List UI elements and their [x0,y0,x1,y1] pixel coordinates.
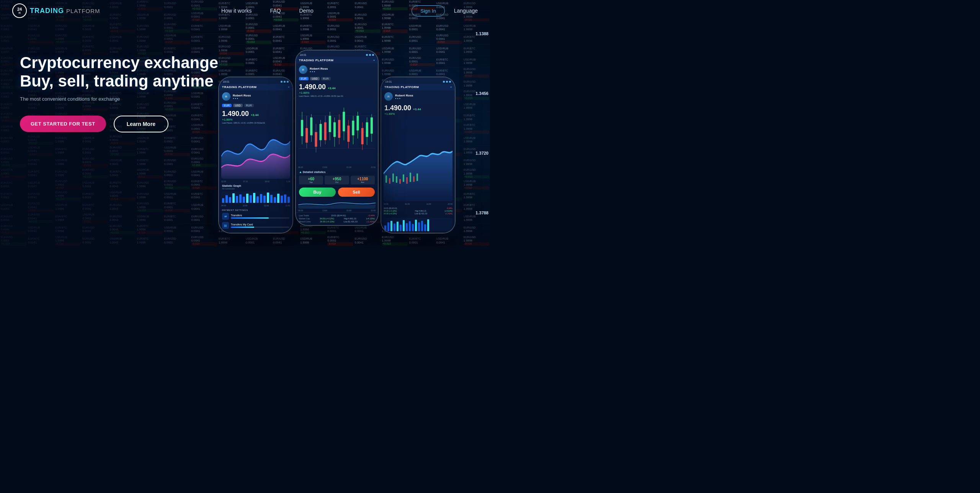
cur-tab-usd[interactable]: USD [233,104,243,107]
nav-demo[interactable]: Demo [299,8,313,14]
ticker-cell: EUR/USD0.0041-0.010 [27,34,54,45]
transfers-fill [231,217,269,219]
phone-center-status: 18:01 [296,53,378,57]
sell-button[interactable]: Sell [338,188,375,197]
ticker-cell: EUR/BTC1.9998 [136,235,163,246]
transfers-bar [231,217,289,219]
ticker-cell: USD/RUB0.0041 [109,235,136,246]
ticker-cell: EUR/USD0.0041-0.010 [109,134,136,145]
payment-item-transfers: ⇄ Transfers [222,213,289,220]
phone-center: 18:01 TRADING PLATFORM ≡ R Robert Ross ●… [295,50,379,226]
svg-rect-28 [310,118,312,135]
ticker-cell: USD/RUB1.9998 [136,213,163,224]
svg-rect-55 [385,175,387,183]
svg-rect-64 [416,173,418,181]
svg-rect-68 [394,224,395,231]
right-signal-icons [443,80,451,83]
svg-rect-7 [246,194,248,203]
svg-rect-36 [329,116,331,132]
svg-rect-30 [315,132,317,147]
hero-buttons: GET STARTED FOR TEST Learn More [20,116,218,132]
candlestick-svg [298,100,376,165]
buy-button[interactable]: Buy [299,188,336,197]
ticker-cell: USD/RUB0.0001 [82,179,109,190]
cur-tab-rur[interactable]: RUR [244,104,254,107]
ticker-cell: EUR/USD0.0001 [163,235,191,246]
ticker-cell: EUR/USD0.0001+0.010 [0,157,27,168]
svg-rect-52 [366,122,368,137]
ticker-cell: EUR/BTC0.0001 [0,179,27,190]
ticker-cell: EUR/BTC1.9998 [54,134,82,145]
statistic-graph-title: Statistic Graph [219,183,292,188]
cur-tab-eur[interactable]: EUR [222,104,232,107]
phone-right-screen: 18:01 TRADING PLATFORM ≡ R Robert Ross ●… [381,77,455,233]
signal-icons [281,80,289,83]
ticker-cell: USD/RUB0.0001-0.010 [163,146,191,157]
signin-button[interactable]: Sign In [412,5,444,16]
right-stat-row1: 19:01 ($144.41) -0.44% [384,207,452,209]
learn-more-button[interactable]: Learn More [114,116,168,132]
ticker-cell: EUR/USD1.9998-0.010 [54,179,82,190]
phone-right-user: R Robert Ross ● ● ● [381,90,455,103]
svg-rect-58 [396,176,397,183]
right-stat-row2: 34.00 (+4.12%) Higt 4.801.21 (+4.12%) [384,210,452,212]
bar-chart-left [221,191,290,203]
svg-rect-17 [281,196,283,203]
ticker-cell: EUR/BTC1.9998 [136,157,163,168]
get-started-button[interactable]: GET STARTED FOR TEST [20,116,106,132]
svg-rect-5 [239,194,242,203]
mycard-bar [231,227,289,228]
nav-how-it-works[interactable]: How it works [221,8,252,14]
signal-dot [446,81,448,83]
phone-right-price: 1.490.00 +3.44 +1.88% [381,103,455,116]
signal-dot [366,54,368,56]
cur-tab-usd-c[interactable]: USD [310,77,320,80]
ticker-cell: EUR/USD0.0001+0.010 [163,179,191,190]
phone-left-price: 1.490.00 +3.44 +1.88% Last Hours: 199.31… [219,108,292,125]
ticker-cell: USD/RUB0.0001-0.010 [163,34,191,45]
ticker-cell: EUR/USD1.9998+0.010 [136,202,163,213]
logo: 24 H TRADING PLATFORM [12,3,100,18]
language-button[interactable]: Language [454,8,478,14]
svg-rect-11 [260,194,262,203]
signal-dot [369,54,371,56]
cur-tab-rur-c[interactable]: RUR [321,77,331,80]
chart-time-labels-right: 13:00 01:00 11:00 22:00 [381,203,455,205]
svg-rect-59 [399,179,401,184]
nav-faq[interactable]: FAQ [270,8,281,14]
ticker-cell: EUR/BTC0.0041 [27,168,54,179]
cur-tab-eur-c[interactable]: EUR [299,77,309,80]
ticker-cell: EUR/USD1.9998 [136,179,163,190]
chart-time-labels-center2: 06:00 13:00 01:00 22:00 [296,209,378,212]
ticker-cell: EUR/BTC0.0041-0.010 [109,23,136,34]
ticker-cell: EUR/USD0.0041+0.010 [27,213,54,224]
svg-rect-0 [222,198,224,203]
svg-rect-78 [424,224,426,231]
svg-rect-46 [352,121,354,135]
ticker-cell: EUR/BTC0.0001 [82,34,109,45]
svg-rect-48 [357,116,359,131]
svg-rect-62 [410,173,411,182]
svg-rect-56 [389,178,390,184]
mycard-fill [231,227,254,228]
svg-rect-16 [277,194,279,203]
signal-dot [287,81,289,83]
payment-title: PAYMENT SETTINGS [222,209,289,211]
currency-tabs-left: EUR USD RUR [219,103,292,108]
ticker-cell: EUR/USD1.9998+0.010 [54,191,82,202]
ticker-cell: EUR/USD0.0001 [163,157,191,168]
phone-left-user: R Robert Ross ● ● ● [219,90,292,103]
signal-dot [284,81,286,83]
logo-text: TRADING PLATFORM [30,7,100,15]
svg-rect-12 [263,196,266,203]
signal-dot [372,54,374,56]
ticker-cell: EUR/USD1.9998 [136,23,163,34]
phone-left-status: 18:01 [219,80,292,84]
ticker-cell: USD/RUB0.0041-0.010 [109,191,136,202]
svg-rect-75 [415,220,417,231]
ticker-cell: EUR/BTC0.0001 [0,34,27,45]
stat-box-nov: +1100 Nov [351,176,375,184]
svg-rect-61 [406,177,408,184]
svg-rect-57 [392,173,394,182]
svg-rect-79 [427,219,429,231]
